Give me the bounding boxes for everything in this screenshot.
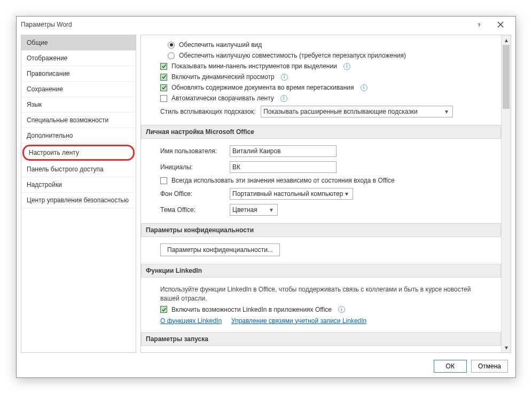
sidebar-item-accessibility[interactable]: Специальные возможности bbox=[21, 113, 136, 128]
svg-text:?: ? bbox=[478, 22, 481, 28]
office-bg-row: Фон Office: Портативный настольный компь… bbox=[152, 186, 494, 202]
tooltip-style-label: Стиль всплывающих подсказок: bbox=[160, 108, 255, 115]
scroll-thumb[interactable] bbox=[503, 45, 510, 109]
scrollbar[interactable]: ▴ ▾ bbox=[501, 35, 511, 352]
sidebar-item-save[interactable]: Сохранение bbox=[21, 82, 136, 97]
info-icon[interactable] bbox=[361, 84, 367, 91]
cancel-button[interactable]: Отмена bbox=[471, 360, 508, 373]
check-drag-update[interactable] bbox=[160, 84, 167, 91]
dialog-body: Общие Отображение Правописание Сохранени… bbox=[17, 33, 515, 355]
username-field[interactable]: Виталий Каиров bbox=[230, 145, 337, 157]
linkedin-links-row: О функциях LinkedIn Управление связями у… bbox=[152, 315, 494, 327]
scroll-track[interactable] bbox=[502, 45, 511, 343]
sidebar-item-qat[interactable]: Панель быстрого доступа bbox=[21, 162, 136, 177]
chevron-down-icon: ▾ bbox=[268, 206, 275, 214]
check-mini-toolbar-row: Показывать мини-панель инструментов при … bbox=[152, 61, 494, 72]
radio-best-view-label: Обеспечить наилучший вид bbox=[179, 41, 262, 49]
office-theme-combo[interactable]: Цветная ▾ bbox=[230, 204, 278, 216]
radio-best-compat-label: Обеспечить наилучшую совместимость (треб… bbox=[179, 52, 406, 59]
radio-best-view-row: Обеспечить наилучший вид bbox=[152, 40, 494, 50]
startup-ext-row: Выберите расширения, которые должны откр… bbox=[152, 350, 494, 352]
check-mini-toolbar-label: Показывать мини-панель инструментов при … bbox=[171, 62, 337, 70]
radio-best-view[interactable] bbox=[168, 42, 175, 49]
chevron-down-icon: ▾ bbox=[443, 108, 450, 115]
tooltip-style-row: Стиль всплывающих подсказок: Показывать … bbox=[152, 104, 494, 120]
ok-button[interactable]: ОК bbox=[434, 360, 467, 373]
check-drag-update-label: Обновлять содержимое документа во время … bbox=[171, 84, 354, 91]
scroll-up-icon[interactable]: ▴ bbox=[502, 35, 511, 45]
titlebar: Параметры Word ? bbox=[17, 17, 515, 33]
initials-row: Инициалы: ВК bbox=[152, 159, 494, 175]
check-always-use[interactable] bbox=[160, 177, 167, 184]
linkedin-manage-link[interactable]: Управление связями учетной записи Linked… bbox=[231, 317, 366, 325]
sidebar-item-trust-center[interactable]: Центр управления безопасностью bbox=[21, 193, 136, 208]
initials-field[interactable]: ВК bbox=[230, 161, 337, 173]
check-live-preview-label: Включить динамический просмотр bbox=[171, 73, 275, 81]
radio-best-compat-row: Обеспечить наилучшую совместимость (треб… bbox=[152, 50, 494, 61]
sidebar-item-general[interactable]: Общие bbox=[21, 35, 136, 51]
info-icon[interactable] bbox=[343, 63, 350, 70]
content: Обеспечить наилучший вид Обеспечить наил… bbox=[141, 35, 501, 352]
info-icon[interactable] bbox=[280, 95, 287, 102]
chevron-down-icon: ▾ bbox=[343, 190, 350, 198]
linkedin-desc: Используйте функции LinkedIn в Office, ч… bbox=[152, 282, 494, 304]
close-button[interactable] bbox=[490, 17, 511, 33]
word-options-dialog: Параметры Word ? Общие Отображение Право… bbox=[16, 16, 516, 378]
office-theme-row: Тема Office: Цветная ▾ bbox=[152, 202, 494, 218]
check-drag-update-row: Обновлять содержимое документа во время … bbox=[152, 82, 494, 93]
linkedin-about-link[interactable]: О функциях LinkedIn bbox=[160, 317, 222, 325]
section-privacy: Параметры конфиденциальности bbox=[141, 223, 501, 237]
scroll-down-icon[interactable]: ▾ bbox=[502, 343, 511, 352]
radio-best-compat[interactable] bbox=[168, 52, 175, 59]
check-mini-toolbar[interactable] bbox=[160, 63, 167, 70]
check-linkedin-label: Включить возможности LinkedIn в приложен… bbox=[171, 306, 332, 313]
privacy-row: Параметры конфиденциальности... bbox=[152, 241, 494, 258]
section-personal: Личная настройка Microsoft Office bbox=[141, 125, 501, 139]
sidebar: Общие Отображение Правописание Сохранени… bbox=[21, 35, 136, 353]
check-linkedin[interactable] bbox=[160, 306, 167, 313]
dialog-title: Параметры Word bbox=[21, 21, 468, 28]
help-button[interactable]: ? bbox=[468, 17, 490, 33]
check-live-preview[interactable] bbox=[160, 74, 167, 81]
sidebar-item-addins[interactable]: Надстройки bbox=[21, 177, 136, 193]
sidebar-item-customize-ribbon[interactable]: Настроить ленту bbox=[22, 145, 135, 161]
content-wrap: Обеспечить наилучший вид Обеспечить наил… bbox=[140, 35, 511, 353]
sidebar-item-display[interactable]: Отображение bbox=[21, 51, 136, 66]
sidebar-item-language[interactable]: Язык bbox=[21, 97, 136, 113]
check-auto-collapse-row: Автоматически сворачивать ленту bbox=[152, 93, 494, 104]
username-label: Имя пользователя: bbox=[160, 147, 224, 155]
section-startup: Параметры запуска bbox=[141, 332, 501, 346]
check-auto-collapse[interactable] bbox=[160, 95, 167, 102]
office-bg-label: Фон Office: bbox=[160, 190, 224, 198]
check-live-preview-row: Включить динамический просмотр bbox=[152, 72, 494, 82]
tooltip-style-combo[interactable]: Показывать расширенные всплывающие подск… bbox=[261, 106, 453, 117]
check-always-use-row: Всегда использовать эти значения независ… bbox=[152, 175, 494, 186]
section-linkedin: Функции LinkedIn bbox=[141, 264, 501, 278]
footer: ОК Отмена bbox=[17, 355, 515, 377]
office-theme-label: Тема Office: bbox=[160, 206, 224, 214]
check-linkedin-row: Включить возможности LinkedIn в приложен… bbox=[152, 304, 494, 315]
username-row: Имя пользователя: Виталий Каиров bbox=[152, 143, 494, 159]
tooltip-style-value: Показывать расширенные всплывающие подск… bbox=[263, 108, 443, 115]
check-always-use-label: Всегда использовать эти значения независ… bbox=[171, 177, 395, 184]
privacy-settings-button[interactable]: Параметры конфиденциальности... bbox=[160, 243, 280, 256]
sidebar-item-advanced[interactable]: Дополнительно bbox=[21, 128, 136, 144]
office-bg-combo[interactable]: Портативный настольный компьютер ▾ bbox=[230, 188, 353, 200]
info-icon[interactable] bbox=[338, 306, 345, 313]
check-auto-collapse-label: Автоматически сворачивать ленту bbox=[171, 94, 274, 102]
initials-label: Инициалы: bbox=[160, 163, 224, 171]
info-icon[interactable] bbox=[281, 74, 288, 81]
sidebar-item-proofing[interactable]: Правописание bbox=[21, 66, 136, 82]
